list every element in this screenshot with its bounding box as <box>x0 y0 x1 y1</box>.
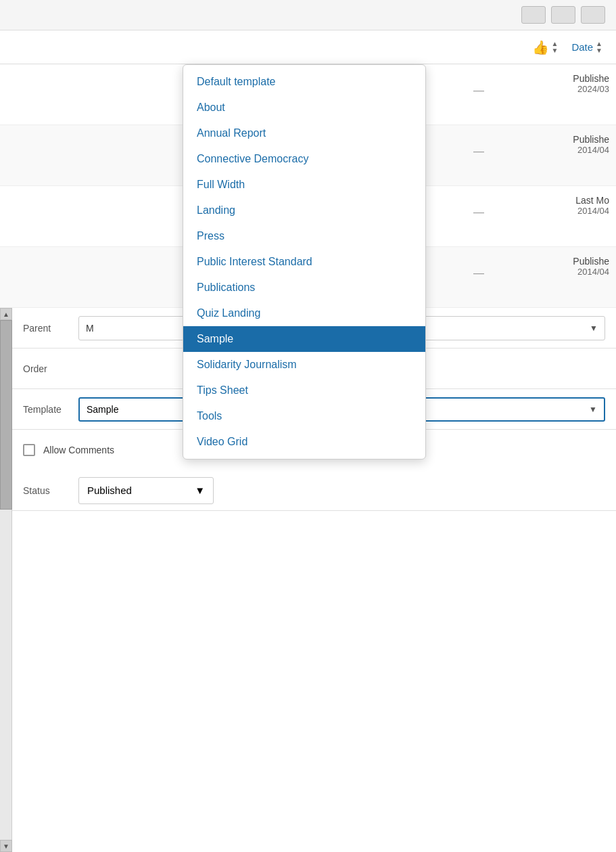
dropdown-item-full-width[interactable]: Full Width <box>183 172 425 198</box>
dropdown-item-tools[interactable]: Tools <box>183 403 425 429</box>
dropdown-item-landing[interactable]: Landing <box>183 198 425 223</box>
row-2-date-text: 2014/04 <box>573 145 609 155</box>
scrollbar-down-button[interactable]: ▼ <box>0 840 12 852</box>
comment-icon: 👍 <box>532 39 549 55</box>
date-sort[interactable]: ▲ ▼ <box>596 41 602 54</box>
parent-value: M <box>86 323 94 334</box>
status-chevron-icon: ▼ <box>195 485 205 496</box>
scrollbar-up-button[interactable]: ▲ <box>0 308 12 320</box>
status-select[interactable]: Published ▼ <box>78 477 214 504</box>
comments-sort[interactable]: ▲ ▼ <box>552 41 559 54</box>
allow-comments-checkbox[interactable] <box>23 444 35 456</box>
row-3-dash: — <box>473 206 484 219</box>
row-3-status: Last Mo 2014/04 <box>575 195 609 216</box>
dropdown-item-default-template[interactable]: Default template <box>183 69 425 95</box>
template-chevron-icon: ▼ <box>589 405 597 414</box>
dropdown-item-tips-sheet[interactable]: Tips Sheet <box>183 378 425 403</box>
row-1-status-text: Publishe <box>573 73 609 84</box>
dropdown-item-about[interactable]: About <box>183 95 425 120</box>
row-1-dash: — <box>473 85 484 97</box>
parent-label: Parent <box>23 323 70 334</box>
row-1-status: Publishe 2024/03 <box>573 73 609 94</box>
template-label: Template <box>23 404 70 415</box>
sort-down-icon: ▼ <box>552 47 559 54</box>
status-label: Status <box>23 485 70 496</box>
table-header: 👍 ▲ ▼ Date ▲ ▼ <box>0 30 616 64</box>
dropdown-item-press[interactable]: Press <box>183 223 425 249</box>
row-4-date-text: 2014/04 <box>573 267 609 277</box>
row-2-status-text: Publishe <box>573 134 609 145</box>
column-comments[interactable]: 👍 ▲ ▼ <box>532 39 559 55</box>
row-3-status-text: Last Mo <box>575 195 609 206</box>
template-dropdown-menu: Default template About Annual Report Con… <box>183 64 426 459</box>
date-sort-up-icon: ▲ <box>596 41 602 47</box>
template-value: Sample <box>87 404 118 415</box>
dropdown-item-video-grid[interactable]: Video Grid <box>183 429 425 455</box>
scrollbar-thumb[interactable] <box>0 320 12 510</box>
dropdown-item-solidarity-journalism[interactable]: Solidarity Journalism <box>183 352 425 378</box>
dropdown-item-public-interest-standard[interactable]: Public Interest Standard <box>183 249 425 275</box>
dropdown-item-publications[interactable]: Publications <box>183 275 425 300</box>
row-2-status: Publishe 2014/04 <box>573 134 609 155</box>
column-date[interactable]: Date ▲ ▼ <box>571 41 602 54</box>
top-bar-button-3[interactable] <box>581 6 605 24</box>
dropdown-item-sample[interactable]: Sample <box>183 326 425 352</box>
status-field-row: Status Published ▼ <box>12 470 616 511</box>
top-bar <box>0 0 616 30</box>
top-bar-button-1[interactable] <box>521 6 546 24</box>
sort-up-icon: ▲ <box>552 41 559 47</box>
row-4-status: Publishe 2014/04 <box>573 256 609 277</box>
dropdown-item-annual-report[interactable]: Annual Report <box>183 120 425 146</box>
dropdown-item-quiz-landing[interactable]: Quiz Landing <box>183 300 425 326</box>
scrollbar-track: ▲ ▼ <box>0 308 12 852</box>
dropdown-item-connective-democracy[interactable]: Connective Democracy <box>183 146 425 172</box>
top-bar-button-2[interactable] <box>551 6 575 24</box>
row-4-status-text: Publishe <box>573 256 609 267</box>
allow-comments-label: Allow Comments <box>43 445 114 455</box>
row-1-date-text: 2024/03 <box>573 84 609 94</box>
row-4-dash: — <box>473 267 484 279</box>
order-label: Order <box>23 363 70 374</box>
row-3-date-text: 2014/04 <box>575 206 609 216</box>
row-2-dash: — <box>473 145 484 158</box>
parent-chevron-icon: ▼ <box>590 323 598 333</box>
date-label: Date <box>571 41 593 53</box>
status-value: Published <box>87 485 132 496</box>
date-sort-down-icon: ▼ <box>596 47 602 54</box>
